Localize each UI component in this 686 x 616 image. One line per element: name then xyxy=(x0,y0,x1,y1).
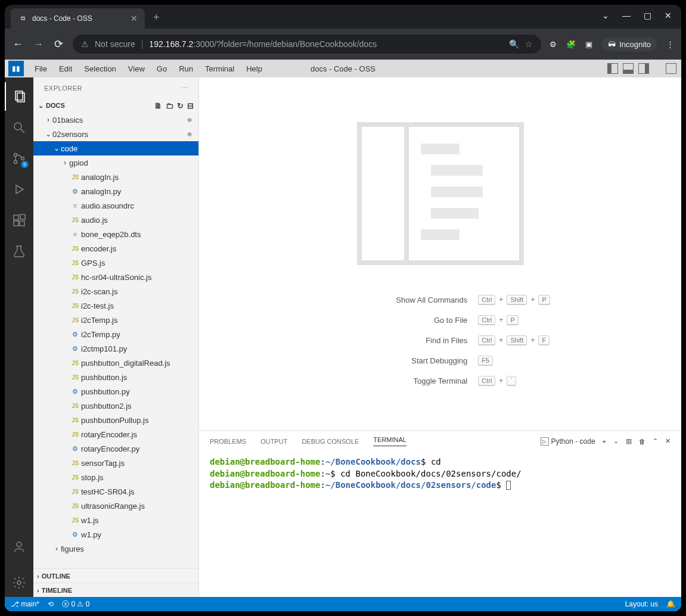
menu-help[interactable]: Help xyxy=(241,62,267,76)
file-item[interactable]: JSsensorTag.js xyxy=(33,456,198,470)
extension-icon[interactable]: ⚙ xyxy=(550,40,557,49)
file-item[interactable]: JStestHC-SR04.js xyxy=(33,484,198,499)
reload-button[interactable]: ⟳ xyxy=(52,38,64,51)
close-panel-icon[interactable]: ✕ xyxy=(665,437,671,445)
timeline-section[interactable]: ›TIMELINE xyxy=(33,583,198,597)
file-item[interactable]: JShc-sr04-ultraSonic.js xyxy=(33,270,198,284)
panel-tab-terminal[interactable]: TERMINAL xyxy=(373,436,406,446)
folder-item[interactable]: ›01basics● xyxy=(33,113,198,127)
testing-activity[interactable] xyxy=(5,237,33,266)
terminal-selector[interactable]: ▷ Python - code xyxy=(541,437,595,446)
file-item[interactable]: JSGPS.js xyxy=(33,256,198,270)
file-item[interactable]: ⚙pushbutton.py xyxy=(33,384,198,399)
url-box[interactable]: ⚠ Not secure | 192.168.7.2:3000/?folder=… xyxy=(73,35,541,54)
chevron-down-icon[interactable]: ⌄ xyxy=(602,11,609,20)
refresh-icon[interactable]: ↻ xyxy=(177,101,184,110)
tab-strip: ⧉ docs - Code - OSS ✕ + ⌄ — ▢ ✕ xyxy=(5,5,681,29)
forward-button[interactable]: → xyxy=(32,38,44,51)
scm-activity[interactable]: 5 xyxy=(5,144,33,173)
back-button[interactable]: ← xyxy=(12,38,24,51)
layout-bottom-icon[interactable] xyxy=(623,63,634,74)
menu-run[interactable]: Run xyxy=(174,62,198,76)
extensions-activity[interactable] xyxy=(5,206,33,235)
accounts-activity[interactable] xyxy=(5,533,33,561)
minimize-icon[interactable]: — xyxy=(622,11,631,20)
tree-item-label: i2cTemp.js xyxy=(81,316,117,325)
explorer-activity[interactable] xyxy=(5,82,33,111)
maximize-icon[interactable]: ▢ xyxy=(644,11,651,20)
layout-left-icon[interactable] xyxy=(607,63,618,74)
close-icon[interactable]: ✕ xyxy=(131,14,138,23)
chevron-down-icon[interactable]: ⌄ xyxy=(613,437,619,445)
menu-icon[interactable]: ⋮ xyxy=(666,40,674,49)
menu-file[interactable]: File xyxy=(30,62,52,76)
folder-header[interactable]: ⌄ DOCS 🗎 🗀 ↻ ⊟ xyxy=(33,98,198,113)
panel-icon[interactable]: ▣ xyxy=(585,40,592,49)
file-item[interactable]: ⚙rotaryEncoder.py xyxy=(33,441,198,456)
zoom-icon[interactable]: 🔍 xyxy=(509,39,519,49)
new-folder-icon[interactable]: 🗀 xyxy=(166,101,173,110)
more-icon[interactable]: ⋯ xyxy=(181,84,188,92)
folder-item[interactable]: ⌄02sensors● xyxy=(33,127,198,141)
layout-status[interactable]: Layout: us xyxy=(625,600,658,608)
problems-status[interactable]: ⓧ 0 ⚠ 0 xyxy=(62,599,89,609)
file-item[interactable]: JSpushbutton2.js xyxy=(33,399,198,413)
star-icon[interactable]: ☆ xyxy=(525,39,533,49)
file-item[interactable]: JSpushbutton_digitalRead.js xyxy=(33,356,198,370)
outline-section[interactable]: ›OUTLINE xyxy=(33,568,198,583)
file-item[interactable]: JSanalogIn.js xyxy=(33,170,198,184)
browser-tab[interactable]: ⧉ docs - Code - OSS ✕ xyxy=(11,8,145,29)
kill-terminal-icon[interactable]: 🗑 xyxy=(639,438,645,445)
file-item[interactable]: JSw1.js xyxy=(33,513,198,527)
file-item[interactable]: ⚙i2ctmp101.py xyxy=(33,341,198,356)
file-item[interactable]: JSrotaryEncoder.js xyxy=(33,427,198,441)
folder-item[interactable]: ⌄code xyxy=(33,141,198,155)
file-item[interactable]: ≡audio.asoundrc xyxy=(33,198,198,213)
file-item[interactable]: JSaudio.js xyxy=(33,213,198,227)
close-window-icon[interactable]: ✕ xyxy=(665,11,672,20)
file-item[interactable]: JSultrasonicRange.js xyxy=(33,499,198,513)
file-item[interactable]: JSi2c-test.js xyxy=(33,298,198,313)
file-item[interactable]: JSi2c-scan.js xyxy=(33,284,198,298)
file-item[interactable]: JSstop.js xyxy=(33,470,198,484)
file-item[interactable]: JSpushbutton.js xyxy=(33,370,198,384)
folder-item[interactable]: ›figures xyxy=(33,542,198,556)
panel-tab-output[interactable]: OUTPUT xyxy=(260,438,287,445)
menu-view[interactable]: View xyxy=(123,62,150,76)
sync-icon[interactable]: ⟲ xyxy=(48,600,54,608)
layout-customize-icon[interactable] xyxy=(666,63,676,74)
folder-item[interactable]: ›gpiod xyxy=(33,155,198,170)
tree-item-label: pushbutton.js xyxy=(81,373,127,382)
split-terminal-icon[interactable]: ▥ xyxy=(626,437,632,445)
file-item[interactable]: JSpushbuttonPullup.js xyxy=(33,413,198,427)
search-activity[interactable] xyxy=(5,113,33,142)
panel-tab-debug-console[interactable]: DEBUG CONSOLE xyxy=(302,438,359,445)
panel-tab-problems[interactable]: PROBLEMS xyxy=(210,438,246,445)
debug-activity[interactable] xyxy=(5,175,33,204)
file-item[interactable]: ⚙analogIn.py xyxy=(33,184,198,198)
menu-edit[interactable]: Edit xyxy=(54,62,77,76)
shortcut-keys: Ctrl+P xyxy=(478,315,518,325)
tree-item-label: testHC-SR04.js xyxy=(81,487,135,496)
new-tab-button[interactable]: + xyxy=(153,11,160,24)
new-file-icon[interactable]: 🗎 xyxy=(154,101,162,110)
file-tree: ›01basics●⌄02sensors●⌄code›gpiodJSanalog… xyxy=(33,113,198,568)
terminal-content[interactable]: debian@breadboard-home:~/BoneCookbook/do… xyxy=(199,452,681,597)
file-item[interactable]: ⚙i2cTemp.py xyxy=(33,327,198,341)
puzzle-icon[interactable]: 🧩 xyxy=(566,40,576,49)
branch-status[interactable]: ⎇ main* xyxy=(11,600,39,608)
add-terminal-icon[interactable]: + xyxy=(603,438,606,445)
file-item[interactable]: ⚙w1.py xyxy=(33,527,198,542)
menu-selection[interactable]: Selection xyxy=(79,62,120,76)
file-item[interactable]: JSencoder.js xyxy=(33,241,198,256)
collapse-icon[interactable]: ⊟ xyxy=(187,101,194,110)
layout-right-icon[interactable] xyxy=(638,63,649,74)
menu-terminal[interactable]: Terminal xyxy=(200,62,239,76)
menu-go[interactable]: Go xyxy=(152,62,172,76)
file-item[interactable]: JSi2cTemp.js xyxy=(33,313,198,327)
bell-icon[interactable]: 🔔 xyxy=(666,600,675,608)
settings-activity[interactable] xyxy=(5,568,33,597)
layout-controls xyxy=(607,63,676,74)
file-item[interactable]: ≡bone_eqep2b.dts xyxy=(33,227,198,241)
maximize-panel-icon[interactable]: ⌃ xyxy=(653,437,658,445)
